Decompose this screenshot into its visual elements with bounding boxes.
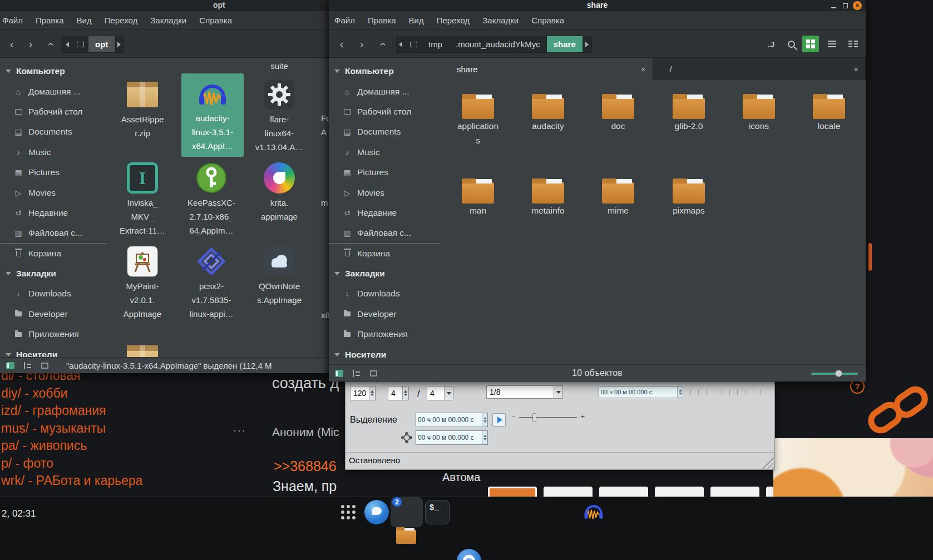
menu-file[interactable]: Файл <box>2 16 23 25</box>
menu-edit[interactable]: Правка <box>368 16 396 25</box>
path-segment-tmp[interactable]: tmp <box>422 36 449 52</box>
toggle-panel-button[interactable] <box>37 360 52 371</box>
resize-grip[interactable] <box>762 457 774 469</box>
file-item-suite[interactable]: suite <box>247 59 312 73</box>
list-view-button[interactable] <box>823 36 840 52</box>
sidebar-item-music[interactable]: ♪Music <box>329 142 440 162</box>
terminal-taskbar-icon[interactable]: $_ <box>425 500 450 524</box>
spinner-arrows-icon[interactable] <box>677 386 683 398</box>
file-item-qownnotes[interactable]: QOwnNotes.AppImage <box>247 244 312 307</box>
spinner-arrows-icon[interactable] <box>482 413 487 427</box>
sidebar-item-recent[interactable]: ↺Недавние <box>329 203 440 223</box>
places-icon[interactable] <box>405 36 422 52</box>
sidebar-item-movies[interactable]: ▷Movies <box>329 182 440 202</box>
tab-root[interactable]: / × <box>653 58 866 80</box>
menu-bookmarks[interactable]: Закладки <box>150 16 186 25</box>
folder-item-icons[interactable]: icons <box>725 88 792 133</box>
path-segment-share[interactable]: share <box>547 36 582 52</box>
close-button[interactable]: × <box>853 1 862 10</box>
menu-help[interactable]: Справка <box>531 16 564 25</box>
selection-end-field[interactable]: 00 ч 00 м 00.000 с <box>416 430 488 445</box>
sidebar-item-developer[interactable]: Developer <box>0 304 107 324</box>
post-menu-dots[interactable]: ... <box>233 421 246 434</box>
sidebar-item-home[interactable]: ⌂Домашняя ... <box>329 81 440 101</box>
menu-view[interactable]: Вид <box>409 16 424 25</box>
menu-view[interactable]: Вид <box>77 16 92 25</box>
minimize-button[interactable] <box>830 2 837 9</box>
zoom-slider-track[interactable] <box>811 373 858 375</box>
path-scroll-right-icon[interactable] <box>582 36 591 52</box>
filter-button[interactable]: .J <box>763 36 779 52</box>
slider-handle[interactable] <box>532 413 536 422</box>
spinner-arrows-icon[interactable] <box>402 386 408 400</box>
sidebar-section-computer[interactable]: Компьютер <box>0 61 107 81</box>
selection-start-field[interactable]: 00 ч 00 м 00.000 с <box>416 413 488 427</box>
tab-share[interactable]: share × <box>440 58 653 80</box>
sidebar-section-bookmarks[interactable]: Закладки <box>329 264 440 284</box>
note-value-dropdown[interactable]: 4 <box>427 386 453 400</box>
spinner-arrows-icon[interactable] <box>369 386 375 400</box>
sidebar-section-devices[interactable]: Носители <box>329 344 440 364</box>
folder-item-pixmaps[interactable]: pixmaps <box>655 172 722 218</box>
file-item-inviska[interactable]: I Inviska_MKV_Extract-11… <box>110 160 175 237</box>
toggle-tree-button[interactable] <box>20 360 34 371</box>
path-scroll-right-icon[interactable] <box>115 36 124 52</box>
sidebar-item-music[interactable]: ♪Music <box>0 142 107 162</box>
sidebar-item-pictures[interactable]: ▦Pictures <box>0 162 107 182</box>
sidebar-item-downloads[interactable]: ↓Downloads <box>0 284 107 304</box>
toggle-sidebar-button[interactable] <box>3 360 17 371</box>
board-link[interactable]: p/ - фото <box>1 455 142 473</box>
sidebar-item-recent[interactable]: ↺Недавние <box>0 203 107 223</box>
sidebar-item-home[interactable]: ⌂Домашняя ... <box>0 81 107 101</box>
titlebar[interactable]: opt <box>0 0 329 11</box>
board-link[interactable]: wrk/ - РАБота и карьера <box>1 472 142 490</box>
sidebar-section-computer[interactable]: Компьютер <box>329 61 440 81</box>
clipped-filename-fragment[interactable]: m <box>321 198 328 207</box>
file-item-flare[interactable]: flare-linux64-v1.13.04.A… <box>247 77 312 154</box>
reply-link[interactable]: >>368846 <box>274 458 337 474</box>
menu-bookmarks[interactable]: Закладки <box>482 16 519 25</box>
file-item-mypaint[interactable]: MyPaint-v2.0.1.AppImage <box>110 244 175 321</box>
spinner-arrows-icon[interactable] <box>482 431 487 444</box>
clipped-filename-fragment[interactable]: Fo <box>321 113 329 123</box>
places-icon[interactable] <box>72 36 88 52</box>
menu-go[interactable]: Переход <box>437 16 470 25</box>
tab-close-icon[interactable]: × <box>641 65 646 74</box>
board-link[interactable]: izd/ - графомания <box>1 402 142 420</box>
sidebar-item-trash[interactable]: Корзина <box>329 244 440 264</box>
sidebar-item-filesystem[interactable]: ▥Файловая с... <box>329 223 440 243</box>
sidebar-item-trash[interactable]: Корзина <box>0 244 107 264</box>
icon-view-button[interactable] <box>802 36 819 52</box>
forward-button[interactable]: › <box>22 36 39 52</box>
sidebar-item-movies[interactable]: ▷Movies <box>0 182 107 202</box>
titlebar[interactable]: share × <box>329 0 866 11</box>
sidebar-item-pictures[interactable]: ▦Pictures <box>329 162 440 182</box>
sidebar-item-documents[interactable]: ▤Documents <box>329 122 440 142</box>
blue-round-app-icon[interactable] <box>364 500 389 524</box>
menu-help[interactable]: Справка <box>199 16 232 25</box>
folder-item-mime[interactable]: mime <box>585 172 651 218</box>
app-grid-button[interactable] <box>341 505 356 519</box>
file-item-pcsx2[interactable]: pcsx2-v1.7.5835-linux-appi… <box>179 244 244 321</box>
audio-position-field[interactable]: 00 ч 00 м 00.000 с <box>599 386 683 398</box>
sidebar-item-desktop[interactable]: Рабочий стол <box>329 102 440 122</box>
compact-view-button[interactable] <box>845 36 861 52</box>
folder-item-locale[interactable]: locale <box>796 88 862 133</box>
menu-edit[interactable]: Правка <box>36 16 64 25</box>
path-segment-mount[interactable]: .mount_audacidYkMyc <box>449 36 547 52</box>
clipped-filename-fragment[interactable]: x8 <box>321 310 329 320</box>
clipped-filename-fragment[interactable]: A <box>321 127 327 137</box>
sidebar-item-desktop[interactable]: Рабочий стол <box>0 102 107 122</box>
folder-item-man[interactable]: man <box>445 172 511 218</box>
slider-track[interactable] <box>519 417 577 418</box>
file-item-audacity-appimage-selected[interactable]: audacity-linux-3.5.1-x64.AppI… <box>181 73 244 157</box>
folder-item-applications[interactable]: applications <box>445 88 511 148</box>
snap-dropdown[interactable]: 1/8 <box>486 385 563 399</box>
folder-item-glib[interactable]: glib-2.0 <box>655 88 722 133</box>
back-button[interactable]: ‹ <box>333 36 350 52</box>
sidebar-section-devices[interactable]: Носители <box>0 344 107 357</box>
sidebar-item-filesystem[interactable]: ▥Файловая с... <box>0 223 107 243</box>
board-link[interactable]: diy/ - хобби <box>1 385 142 403</box>
up-button[interactable]: › <box>41 36 58 52</box>
audacity-taskbar-icon[interactable] <box>581 500 606 524</box>
